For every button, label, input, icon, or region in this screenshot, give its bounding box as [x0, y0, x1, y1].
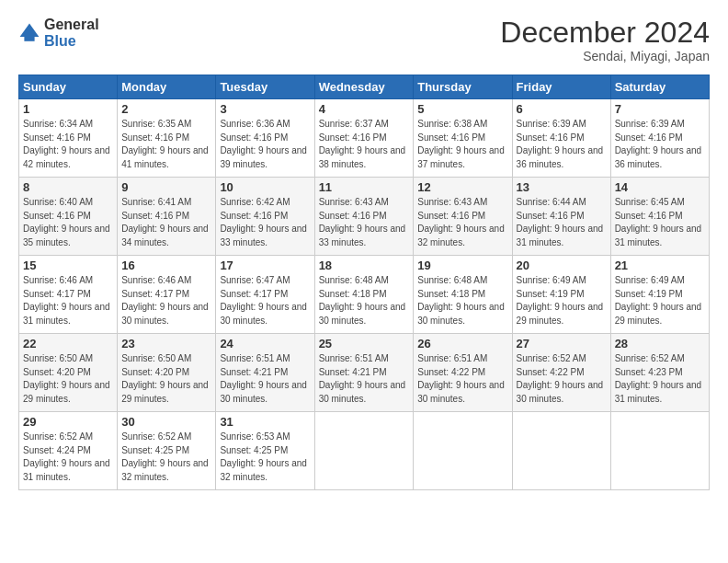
- day-detail: Sunrise: 6:50 AMSunset: 4:20 PMDaylight:…: [121, 353, 209, 404]
- day-detail: Sunrise: 6:45 AMSunset: 4:16 PMDaylight:…: [615, 197, 702, 247]
- calendar-week-row: 29 Sunrise: 6:52 AMSunset: 4:24 PMDaylig…: [19, 412, 710, 490]
- calendar-week-row: 8 Sunrise: 6:40 AMSunset: 4:16 PMDayligh…: [19, 178, 710, 256]
- table-row: 2 Sunrise: 6:35 AMSunset: 4:16 PMDayligh…: [118, 99, 216, 178]
- day-number: 1: [23, 102, 113, 116]
- table-row: 26 Sunrise: 6:51 AMSunset: 4:22 PMDaylig…: [414, 334, 512, 412]
- day-detail: Sunrise: 6:46 AMSunset: 4:17 PMDaylight:…: [23, 275, 110, 326]
- day-number: 23: [121, 337, 211, 350]
- day-number: 22: [23, 337, 113, 350]
- day-number: 14: [615, 180, 705, 194]
- table-row: 1 Sunrise: 6:34 AMSunset: 4:16 PMDayligh…: [19, 99, 118, 178]
- table-row: 16 Sunrise: 6:46 AMSunset: 4:17 PMDaylig…: [118, 256, 216, 334]
- day-number: 25: [319, 337, 410, 350]
- table-row: [512, 412, 610, 490]
- table-row: 24 Sunrise: 6:51 AMSunset: 4:21 PMDaylig…: [216, 334, 314, 412]
- calendar-table: Sunday Monday Tuesday Wednesday Thursday…: [18, 75, 710, 490]
- day-number: 26: [417, 337, 507, 350]
- day-number: 15: [23, 259, 113, 272]
- day-detail: Sunrise: 6:48 AMSunset: 4:18 PMDaylight:…: [417, 275, 505, 326]
- day-number: 5: [417, 102, 507, 116]
- table-row: 4 Sunrise: 6:37 AMSunset: 4:16 PMDayligh…: [314, 99, 414, 178]
- day-number: 12: [417, 180, 507, 194]
- day-detail: Sunrise: 6:51 AMSunset: 4:21 PMDaylight:…: [319, 353, 406, 404]
- day-detail: Sunrise: 6:41 AMSunset: 4:16 PMDaylight:…: [121, 197, 209, 247]
- table-row: 3 Sunrise: 6:36 AMSunset: 4:16 PMDayligh…: [216, 99, 314, 178]
- day-detail: Sunrise: 6:46 AMSunset: 4:17 PMDaylight:…: [121, 275, 209, 326]
- day-number: 27: [517, 337, 607, 350]
- calendar-week-row: 1 Sunrise: 6:34 AMSunset: 4:16 PMDayligh…: [19, 99, 710, 178]
- page-header: General Blue December 2024 Sendai, Miyag…: [18, 17, 710, 63]
- table-row: 29 Sunrise: 6:52 AMSunset: 4:24 PMDaylig…: [19, 412, 118, 490]
- table-row: [610, 412, 709, 490]
- day-detail: Sunrise: 6:40 AMSunset: 4:16 PMDaylight:…: [23, 197, 110, 247]
- day-detail: Sunrise: 6:52 AMSunset: 4:25 PMDaylight:…: [121, 431, 209, 482]
- day-number: 30: [121, 415, 211, 429]
- day-number: 20: [517, 259, 607, 272]
- day-number: 18: [319, 259, 410, 272]
- col-sunday: Sunday: [19, 75, 118, 99]
- table-row: [314, 412, 414, 490]
- col-wednesday: Wednesday: [314, 75, 414, 99]
- logo-blue-text: Blue: [44, 33, 99, 50]
- table-row: 14 Sunrise: 6:45 AMSunset: 4:16 PMDaylig…: [610, 178, 709, 256]
- table-row: 6 Sunrise: 6:39 AMSunset: 4:16 PMDayligh…: [512, 99, 610, 178]
- calendar-header-row: Sunday Monday Tuesday Wednesday Thursday…: [19, 75, 710, 99]
- table-row: 20 Sunrise: 6:49 AMSunset: 4:19 PMDaylig…: [512, 256, 610, 334]
- day-number: 4: [319, 102, 410, 116]
- day-detail: Sunrise: 6:51 AMSunset: 4:21 PMDaylight:…: [220, 353, 307, 404]
- table-row: 9 Sunrise: 6:41 AMSunset: 4:16 PMDayligh…: [118, 178, 216, 256]
- day-number: 29: [23, 415, 113, 429]
- logo-text: General Blue: [44, 17, 99, 49]
- day-detail: Sunrise: 6:39 AMSunset: 4:16 PMDaylight:…: [615, 119, 702, 169]
- col-monday: Monday: [118, 75, 216, 99]
- table-row: [414, 412, 512, 490]
- day-number: 16: [121, 259, 211, 272]
- table-row: 28 Sunrise: 6:52 AMSunset: 4:23 PMDaylig…: [610, 334, 709, 412]
- day-detail: Sunrise: 6:52 AMSunset: 4:23 PMDaylight:…: [615, 353, 702, 404]
- day-number: 9: [121, 180, 211, 194]
- table-row: 23 Sunrise: 6:50 AMSunset: 4:20 PMDaylig…: [118, 334, 216, 412]
- day-number: 19: [417, 259, 507, 272]
- day-detail: Sunrise: 6:52 AMSunset: 4:22 PMDaylight:…: [517, 353, 604, 404]
- day-number: 7: [615, 102, 705, 116]
- table-row: 13 Sunrise: 6:44 AMSunset: 4:16 PMDaylig…: [512, 178, 610, 256]
- day-detail: Sunrise: 6:38 AMSunset: 4:16 PMDaylight:…: [417, 119, 505, 169]
- day-detail: Sunrise: 6:50 AMSunset: 4:20 PMDaylight:…: [23, 353, 110, 404]
- table-row: 10 Sunrise: 6:42 AMSunset: 4:16 PMDaylig…: [216, 178, 314, 256]
- month-title: December 2024: [500, 17, 710, 49]
- day-detail: Sunrise: 6:42 AMSunset: 4:16 PMDaylight:…: [220, 197, 307, 247]
- table-row: 27 Sunrise: 6:52 AMSunset: 4:22 PMDaylig…: [512, 334, 610, 412]
- table-row: 31 Sunrise: 6:53 AMSunset: 4:25 PMDaylig…: [216, 412, 314, 490]
- day-number: 3: [220, 102, 310, 116]
- table-row: 30 Sunrise: 6:52 AMSunset: 4:25 PMDaylig…: [118, 412, 216, 490]
- day-number: 17: [220, 259, 310, 272]
- day-detail: Sunrise: 6:53 AMSunset: 4:25 PMDaylight:…: [220, 431, 307, 482]
- calendar-week-row: 15 Sunrise: 6:46 AMSunset: 4:17 PMDaylig…: [19, 256, 710, 334]
- table-row: 7 Sunrise: 6:39 AMSunset: 4:16 PMDayligh…: [610, 99, 709, 178]
- day-detail: Sunrise: 6:36 AMSunset: 4:16 PMDaylight:…: [220, 119, 307, 169]
- col-friday: Friday: [512, 75, 610, 99]
- table-row: 18 Sunrise: 6:48 AMSunset: 4:18 PMDaylig…: [314, 256, 414, 334]
- svg-marker-0: [20, 23, 40, 36]
- day-detail: Sunrise: 6:39 AMSunset: 4:16 PMDaylight:…: [517, 119, 604, 169]
- day-number: 28: [615, 337, 705, 350]
- logo-general-text: General: [44, 17, 99, 33]
- table-row: 17 Sunrise: 6:47 AMSunset: 4:17 PMDaylig…: [216, 256, 314, 334]
- logo: General Blue: [18, 17, 99, 49]
- page-container: General Blue December 2024 Sendai, Miyag…: [0, 0, 728, 500]
- table-row: 19 Sunrise: 6:48 AMSunset: 4:18 PMDaylig…: [414, 256, 512, 334]
- day-detail: Sunrise: 6:47 AMSunset: 4:17 PMDaylight:…: [220, 275, 307, 326]
- table-row: 11 Sunrise: 6:43 AMSunset: 4:16 PMDaylig…: [314, 178, 414, 256]
- col-thursday: Thursday: [414, 75, 512, 99]
- day-number: 31: [220, 415, 310, 429]
- day-detail: Sunrise: 6:49 AMSunset: 4:19 PMDaylight:…: [517, 275, 604, 326]
- day-number: 21: [615, 259, 705, 272]
- day-number: 13: [517, 180, 607, 194]
- day-detail: Sunrise: 6:43 AMSunset: 4:16 PMDaylight:…: [319, 197, 406, 247]
- location-subtitle: Sendai, Miyagi, Japan: [500, 49, 710, 63]
- day-detail: Sunrise: 6:43 AMSunset: 4:16 PMDaylight:…: [417, 197, 505, 247]
- day-detail: Sunrise: 6:51 AMSunset: 4:22 PMDaylight:…: [417, 353, 505, 404]
- day-detail: Sunrise: 6:37 AMSunset: 4:16 PMDaylight:…: [319, 119, 406, 169]
- day-detail: Sunrise: 6:34 AMSunset: 4:16 PMDaylight:…: [23, 119, 110, 169]
- table-row: 21 Sunrise: 6:49 AMSunset: 4:19 PMDaylig…: [610, 256, 709, 334]
